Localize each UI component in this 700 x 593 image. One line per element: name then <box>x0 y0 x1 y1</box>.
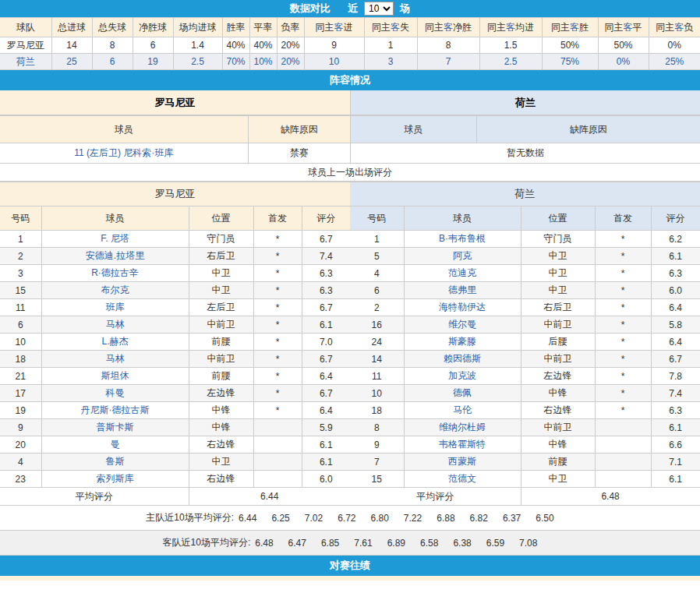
player-rating: 6.1 <box>302 454 350 471</box>
stat-value: 7 <box>417 54 479 70</box>
player-name-link[interactable]: 马林 <box>41 351 189 368</box>
stat-value: 20% <box>277 37 304 54</box>
missing-player-link[interactable]: 11 (左后卫) 尼科索·班库 <box>0 143 248 164</box>
stat-value: 6 <box>133 37 173 54</box>
player-name-link[interactable]: 布尔克 <box>41 282 189 299</box>
player-position: 中卫 <box>521 248 595 265</box>
stat-value: 1.5 <box>479 37 542 54</box>
away-player-row: 6德弗里中卫*6.0 <box>350 282 700 299</box>
away-player-row: 10德佩中锋*7.4 <box>350 385 700 402</box>
player-name-link[interactable]: F. 尼塔 <box>41 231 189 248</box>
player-rating: 7.0 <box>302 334 350 351</box>
match-count-select[interactable]: 10 <box>364 2 394 16</box>
section-bar-head-to-head: 对赛往绩 <box>0 556 700 576</box>
player-number: 11 <box>350 368 404 385</box>
player-rating: 6.2 <box>651 231 700 248</box>
player-position: 左边锋 <box>521 368 595 385</box>
player-name-link[interactable]: L.赫杰 <box>41 334 189 351</box>
starter-flag: * <box>595 385 651 402</box>
ratings-column-header: 位置 <box>521 206 595 231</box>
player-number: 8 <box>350 419 404 436</box>
player-name-link[interactable]: R·德拉古辛 <box>41 265 189 282</box>
player-rating: 6.0 <box>651 282 700 299</box>
compare-column-header: 场均进球 <box>173 18 222 37</box>
recent-rating-value: 6.88 <box>437 513 454 524</box>
player-name-link[interactable]: 班库 <box>41 299 189 316</box>
player-name-link[interactable]: 曼 <box>41 436 189 454</box>
player-name-link[interactable]: 维尔曼 <box>404 316 521 334</box>
recent-rating-value: 6.47 <box>288 538 306 549</box>
home-team-name: 罗马尼亚 <box>0 182 350 206</box>
player-name-link[interactable]: 斯坦休 <box>41 368 189 385</box>
player-rating: 6.1 <box>302 316 350 334</box>
player-name-link[interactable]: 范德文 <box>404 471 521 488</box>
starter-flag: * <box>595 368 651 385</box>
player-name-link[interactable]: 德佩 <box>404 385 521 402</box>
player-number: 11 <box>0 299 41 316</box>
recent-rating-value: 6.38 <box>453 538 471 549</box>
player-name-link[interactable]: 科曼 <box>41 385 189 402</box>
home-player-row: 19丹尼斯·德拉古斯中锋*6.4 <box>0 402 350 419</box>
away-player-row: 2海特勒伊达右后卫*6.4 <box>350 299 700 316</box>
home-avg-rating: 6.44 <box>189 488 350 506</box>
stat-value: 2.5 <box>173 54 222 70</box>
player-position: 中卫 <box>521 282 595 299</box>
player-position: 中卫 <box>521 471 595 488</box>
recent-rating-value: 6.50 <box>536 513 553 524</box>
player-name-link[interactable]: 丹尼斯·德拉古斯 <box>41 402 189 419</box>
player-rating: 7.4 <box>651 385 700 402</box>
ratings-column-header: 评分 <box>302 206 350 231</box>
away-player-row: 5阿克中卫*6.1 <box>350 248 700 265</box>
player-name-link[interactable]: 西蒙斯 <box>404 454 521 471</box>
player-name-link[interactable]: 范迪克 <box>404 265 521 282</box>
player-rating: 6.7 <box>302 351 350 368</box>
home-player-row: 2安德迪.拉塔里右后卫*7.4 <box>0 248 350 265</box>
player-position: 后腰 <box>521 334 595 351</box>
player-name-link[interactable]: 普斯卡斯 <box>41 419 189 436</box>
player-position: 中前卫 <box>521 351 595 368</box>
compare-column-header: 总失球 <box>92 18 133 37</box>
recent-rating-value: 6.82 <box>470 513 488 524</box>
player-rating: 6.3 <box>651 402 700 419</box>
player-name-link[interactable]: B·韦布鲁根 <box>404 231 521 248</box>
player-name-link[interactable]: 马伦 <box>404 402 521 419</box>
player-name-link[interactable]: 加克波 <box>404 368 521 385</box>
team-name: 罗马尼亚 <box>0 37 51 54</box>
player-name-link[interactable]: 鲁斯 <box>41 454 189 471</box>
player-name-link[interactable]: 维纳尔杜姆 <box>404 419 521 436</box>
reason-column-header: 缺阵原因 <box>476 116 700 143</box>
player-name-link[interactable]: 斯豪滕 <box>404 334 521 351</box>
player-position: 守门员 <box>521 231 595 248</box>
ratings-column-header: 球员 <box>404 206 521 231</box>
player-number: 7 <box>350 454 404 471</box>
compare-column-header: 球队 <box>0 18 51 37</box>
starter-flag <box>595 419 651 436</box>
player-rating: 7.1 <box>651 454 700 471</box>
recent-rating-value: 6.80 <box>370 513 388 524</box>
player-number: 6 <box>0 316 41 334</box>
player-name-link[interactable]: 韦格霍斯特 <box>404 436 521 454</box>
starter-flag <box>253 454 302 471</box>
away-player-row: 14赖因德斯中前卫*6.7 <box>350 351 700 368</box>
compare-header-row: 球队总进球总失球净胜球场均进球胜率平率负率同主客进同主客失同主客净胜同主客均进同… <box>0 18 700 37</box>
compare-column-header: 胜率 <box>222 18 249 37</box>
starter-flag: * <box>595 231 651 248</box>
player-column-header: 球员 <box>351 116 476 143</box>
player-name-link[interactable]: 安德迪.拉塔里 <box>41 248 189 265</box>
player-name-link[interactable]: 阿克 <box>404 248 521 265</box>
compare-column-header: 负率 <box>277 18 304 37</box>
stat-value: 3 <box>364 54 417 70</box>
player-name-link[interactable]: 海特勒伊达 <box>404 299 521 316</box>
starter-flag: * <box>253 282 302 299</box>
player-name-link[interactable]: 德弗里 <box>404 282 521 299</box>
player-name-link[interactable]: 索列斯库 <box>41 471 189 488</box>
starter-flag: * <box>253 402 302 419</box>
match-analysis-page: 数据对比 近 10 场 球队总进球总失球净胜球场均进球胜率平率负率同主客进同主客… <box>0 0 700 581</box>
player-name-link[interactable]: 赖因德斯 <box>404 351 521 368</box>
starter-flag <box>595 471 651 488</box>
player-number: 6 <box>350 282 404 299</box>
away-player-row: 15范德文中卫6.1 <box>350 471 700 488</box>
stat-value: 50% <box>542 37 598 54</box>
player-name-link[interactable]: 马林 <box>41 316 189 334</box>
player-number: 2 <box>350 299 404 316</box>
